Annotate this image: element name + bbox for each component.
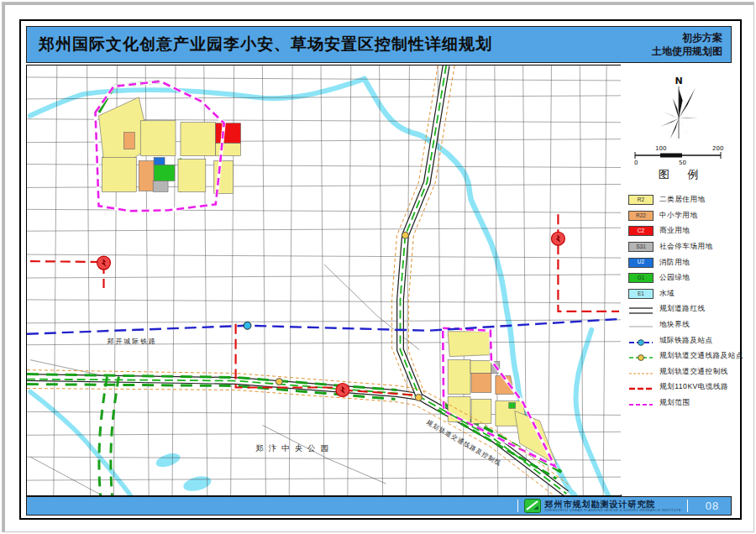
control-symbol (628, 367, 654, 377)
legend-item-line: 规划道路红线 (628, 301, 734, 317)
legend-swatch: R2 (628, 195, 654, 205)
intercity-railway-line (27, 319, 621, 334)
railway-label: 郑开城际铁路 (107, 338, 157, 345)
map-name-label: 土地使用规划图 (652, 44, 722, 58)
legend-swatch: C2 (628, 226, 654, 236)
institute-name: 郑州市规划勘测设计研究院 (545, 500, 681, 509)
scale-100: 100 (655, 145, 666, 152)
legend-item-patch: C2商业用地 (628, 223, 734, 239)
legend-label: 二类居住用地 (659, 195, 706, 205)
legend-label: 地块界线 (659, 320, 690, 330)
map-area: 郑汴中央公园 郑开城际铁路 规划轨道交通线路及控制线 (26, 65, 622, 496)
scope-symbol (628, 398, 654, 408)
legend-title: 图 例 (621, 167, 736, 182)
legend-swatch: R22 (628, 211, 654, 221)
transit-symbol (628, 351, 654, 361)
scale-bar: 0 50 100 200 (632, 144, 726, 166)
legend-label: 城际铁路及站点 (659, 336, 713, 346)
legend-item-line: 地块界线 (628, 317, 734, 333)
legend-item-patch: G1公园绿地 (628, 270, 734, 286)
paper-sheet: 郑州国际文化创意产业园李小安、草场安置区控制性详细规划 初步方案 土地使用规划图 (2, 2, 754, 532)
north-label: N (675, 76, 682, 86)
plan-subtitle: 初步方案 土地使用规划图 (652, 31, 731, 58)
railway-symbol (628, 336, 654, 346)
institute-block: 郑州市规划勘测设计研究院 ZHENGZHOU URBAN PLANNING DE… (545, 500, 681, 513)
planning-map: 郑汴中央公园 郑开城际铁路 规划轨道交通线路及控制线 (27, 65, 621, 495)
legend-label: 水域 (659, 289, 675, 299)
title-bar: 郑州国际文化创意产业园李小安、草场安置区控制性详细规划 初步方案 土地使用规划图 (26, 26, 732, 63)
legend-item-patch: U2消防用地 (628, 254, 734, 270)
legend-label: 商业用地 (659, 226, 690, 236)
legend-item-line: 规划轨道交通线路及站点 (628, 348, 734, 364)
cable-symbol (628, 382, 654, 392)
legend-swatch: E1 (628, 289, 654, 299)
legend-label: 规划110KV电缆线路 (659, 382, 728, 392)
legend-item-line: 规划范围 (628, 395, 734, 411)
legend-item-patch: E1水域 (628, 286, 734, 302)
legend-label: 公园绿地 (659, 273, 690, 283)
side-panel: N 0 50 100 200 (621, 65, 736, 495)
legend-label: 消防用地 (659, 258, 690, 268)
legend-label: 中小学用地 (659, 211, 697, 221)
redline-symbol (628, 304, 654, 314)
parcel-symbol (628, 320, 654, 330)
scale-200: 200 (712, 145, 723, 152)
scale-0: 0 (634, 160, 638, 166)
plan-title: 郑州国际文化创意产业园李小安、草场安置区控制性详细规划 (27, 34, 492, 55)
footer-bar: 郑州市规划勘测设计研究院 ZHENGZHOU URBAN PLANNING DE… (26, 496, 732, 516)
legend-swatch: S31 (628, 242, 654, 252)
legend-label: 规划轨道交通控制线 (659, 367, 728, 377)
legend-item-line: 规划110KV电缆线路 (628, 380, 734, 395)
legend-item-patch: R22中小学用地 (628, 208, 734, 224)
legend-swatch: U2 (628, 258, 654, 268)
legend-label: 规划道路红线 (659, 304, 706, 314)
scale-50: 50 (679, 160, 686, 166)
railway-station-dot (244, 322, 251, 329)
legend-label: 社会停车场用地 (659, 242, 713, 252)
north-arrow: N (649, 75, 708, 142)
page-number: 08 (694, 500, 731, 512)
legend-list: R2二类居住用地R22中小学用地C2商业用地S31社会停车场用地U2消防用地G1… (628, 192, 734, 411)
legend-item-line: 规划轨道交通控制线 (628, 364, 734, 380)
institute-logo (524, 499, 541, 513)
legend-label: 规划轨道交通线路及站点 (659, 351, 743, 361)
sheet-page: 郑州国际文化创意产业园李小安、草场安置区控制性详细规划 初步方案 土地使用规划图 (0, 0, 756, 534)
park-label: 郑汴中央公园 (255, 443, 333, 453)
footer-separator (687, 500, 688, 512)
legend-label: 规划范围 (659, 398, 690, 408)
institute-name-en: ZHENGZHOU URBAN PLANNING DESIGN & SURVEY… (545, 509, 681, 513)
scheme-label: 初步方案 (652, 31, 722, 44)
footer-separator (517, 500, 518, 512)
legend-item-patch: R2二类居住用地 (628, 192, 734, 208)
cable-110kv-lines (30, 214, 619, 395)
legend-item-line: 城际铁路及站点 (628, 332, 734, 348)
drawing-frame: 郑州国际文化创意产业园李小安、草场安置区控制性详细规划 初步方案 土地使用规划图 (19, 19, 742, 520)
legend-swatch: G1 (628, 273, 654, 283)
legend-item-patch: S31社会停车场用地 (628, 239, 734, 255)
